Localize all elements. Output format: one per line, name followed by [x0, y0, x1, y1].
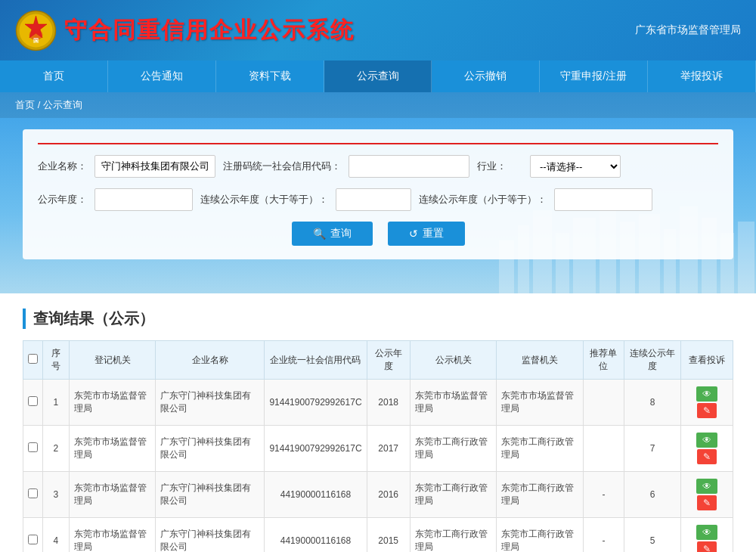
- row-checkbox[interactable]: [28, 488, 38, 498]
- cell-year: 2016: [367, 472, 410, 518]
- view-button[interactable]: 👁: [696, 479, 717, 494]
- cell-consecutive-years: 8: [624, 380, 681, 426]
- search-row-1: 企业名称： 注册码统一社会信用代码： 行业： --请选择--: [38, 155, 718, 178]
- year-input[interactable]: [94, 188, 193, 211]
- th-seq: 序号: [43, 341, 70, 380]
- th-company: 企业名称: [156, 341, 265, 380]
- cell-year: 2017: [367, 426, 410, 472]
- cell-supervisor: 东莞市工商行政管理局: [497, 518, 583, 553]
- th-consecutive: 连续公示年度: [624, 341, 681, 380]
- year-label: 公示年度：: [38, 193, 87, 206]
- results-title: 查询结果（公示）: [23, 309, 733, 329]
- credit-code-input[interactable]: [349, 155, 469, 178]
- th-year: 公示年度: [367, 341, 410, 380]
- cell-consecutive-years: 5: [624, 518, 681, 553]
- nav-query[interactable]: 公示查询: [324, 60, 432, 92]
- main-nav: 首页 公告通知 资料下载 公示查询 公示撤销 守重申报/注册 举报投诉: [0, 60, 756, 92]
- cell-id: 3: [43, 472, 70, 518]
- complaint-button[interactable]: ✎: [697, 541, 717, 552]
- btn-row: 🔍 查询 ↺ 重置: [38, 222, 718, 246]
- breadcrumb-home[interactable]: 首页: [15, 99, 35, 110]
- complaint-button[interactable]: ✎: [697, 449, 717, 464]
- nav-home[interactable]: 首页: [0, 60, 108, 92]
- query-button[interactable]: 🔍 查询: [292, 222, 373, 246]
- cell-publish-org: 东莞市工商行政管理局: [410, 426, 496, 472]
- cell-supervisor: 东莞市工商行政管理局: [497, 472, 583, 518]
- reset-icon: ↺: [409, 228, 418, 240]
- row-checkbox[interactable]: [28, 442, 38, 452]
- nav-register[interactable]: 守重申报/注册: [540, 60, 648, 92]
- svg-rect-17: [738, 222, 754, 293]
- logo-area: 国 守合同重信用企业公示系统: [15, 10, 355, 51]
- cell-id: 2: [43, 426, 70, 472]
- table-header-row: 序号 登记机关 企业名称 企业统一社会信用代码 公示年度 公示机关 监督机关 推…: [23, 341, 733, 380]
- site-title: 守合同重信用企业公示系统: [64, 15, 355, 46]
- table-row: 4 东莞市市场监督管理局 广东守门神科技集团有限公司 4419000011616…: [23, 518, 733, 553]
- cell-company: 广东守门神科技集团有限公司: [156, 426, 265, 472]
- cell-company: 广东守门神科技集团有限公司: [156, 380, 265, 426]
- header-subtitle: 广东省市场监督管理局: [635, 23, 741, 37]
- nav-announcements[interactable]: 公告通知: [108, 60, 216, 92]
- cell-recommend: [583, 426, 624, 472]
- nav-revoke[interactable]: 公示撤销: [432, 60, 540, 92]
- cell-recommend: [583, 380, 624, 426]
- th-credit-code: 企业统一社会信用代码: [265, 341, 367, 380]
- industry-select[interactable]: --请选择--: [530, 155, 621, 178]
- consecutive-lt-input[interactable]: [554, 188, 652, 211]
- complaint-button[interactable]: ✎: [697, 495, 717, 510]
- results-section: 查询结果（公示） 序号 登记机关 企业名称 企业统一社会信用代码 公示年度 公示…: [0, 293, 756, 552]
- cell-company: 广东守门神科技集团有限公司: [156, 518, 265, 553]
- row-checkbox-cell: [23, 518, 43, 553]
- cell-registration: 东莞市市场监督管理局: [69, 426, 155, 472]
- results-table: 序号 登记机关 企业名称 企业统一社会信用代码 公示年度 公示机关 监督机关 推…: [23, 340, 733, 552]
- consecutive-gt-input[interactable]: [336, 188, 411, 211]
- table-row: 3 东莞市市场监督管理局 广东守门神科技集团有限公司 4419000011616…: [23, 472, 733, 518]
- consecutive-lt-label: 连续公示年度（小于等于）：: [419, 193, 547, 206]
- cell-actions: 👁 ✎: [681, 518, 733, 553]
- cell-publish-org: 东莞市市场监督管理局: [410, 380, 496, 426]
- svg-text:国: 国: [33, 38, 39, 43]
- complaint-button[interactable]: ✎: [697, 403, 717, 418]
- reset-button[interactable]: ↺ 重置: [388, 222, 465, 246]
- cell-consecutive-years: 7: [624, 426, 681, 472]
- th-publish-org: 公示机关: [410, 341, 496, 380]
- cell-credit-code: 91441900792992617C: [265, 426, 367, 472]
- view-button[interactable]: 👁: [696, 433, 717, 448]
- nav-complaint[interactable]: 举报投诉: [648, 60, 756, 92]
- consecutive-gt-label: 连续公示年度（大于等于）：: [200, 193, 328, 206]
- table-row: 2 东莞市市场监督管理局 广东守门神科技集团有限公司 9144190079299…: [23, 426, 733, 472]
- table-row: 1 东莞市市场监督管理局 广东守门神科技集团有限公司 9144190079299…: [23, 380, 733, 426]
- cell-credit-code: 44190000116168: [265, 518, 367, 553]
- cell-supervisor: 东莞市工商行政管理局: [497, 426, 583, 472]
- cell-actions: 👁 ✎: [681, 472, 733, 518]
- cell-year: 2015: [367, 518, 410, 553]
- cell-recommend: -: [583, 518, 624, 553]
- search-icon: 🔍: [313, 228, 326, 240]
- cell-credit-code: 44190000116168: [265, 472, 367, 518]
- cell-registration: 东莞市市场监督管理局: [69, 380, 155, 426]
- th-registration: 登记机关: [69, 341, 155, 380]
- view-button[interactable]: 👁: [696, 386, 717, 402]
- company-name-label: 企业名称：: [38, 160, 87, 173]
- credit-code-label: 注册码统一社会信用代码：: [223, 160, 341, 173]
- cell-company: 广东守门神科技集团有限公司: [156, 472, 265, 518]
- row-checkbox-cell: [23, 472, 43, 518]
- breadcrumb: 首页 / 公示查询: [0, 92, 756, 118]
- search-row-2: 公示年度： 连续公示年度（大于等于）： 连续公示年度（小于等于）：: [38, 188, 718, 211]
- select-all-checkbox[interactable]: [28, 354, 38, 364]
- cell-recommend: -: [583, 472, 624, 518]
- search-box: 企业名称： 注册码统一社会信用代码： 行业： --请选择-- 公示年度： 连续公…: [23, 129, 733, 259]
- view-button[interactable]: 👁: [696, 525, 717, 540]
- row-checkbox-cell: [23, 426, 43, 472]
- th-view-complaint: 查看投诉: [681, 341, 733, 380]
- row-checkbox[interactable]: [28, 535, 38, 544]
- th-checkbox: [23, 341, 43, 380]
- row-checkbox-cell: [23, 380, 43, 426]
- cell-consecutive-years: 6: [624, 472, 681, 518]
- industry-label: 行业：: [477, 160, 522, 173]
- row-checkbox[interactable]: [28, 396, 38, 406]
- nav-downloads[interactable]: 资料下载: [216, 60, 324, 92]
- cell-registration: 东莞市市场监督管理局: [69, 472, 155, 518]
- cell-publish-org: 东莞市工商行政管理局: [410, 472, 496, 518]
- company-name-input[interactable]: [94, 155, 215, 178]
